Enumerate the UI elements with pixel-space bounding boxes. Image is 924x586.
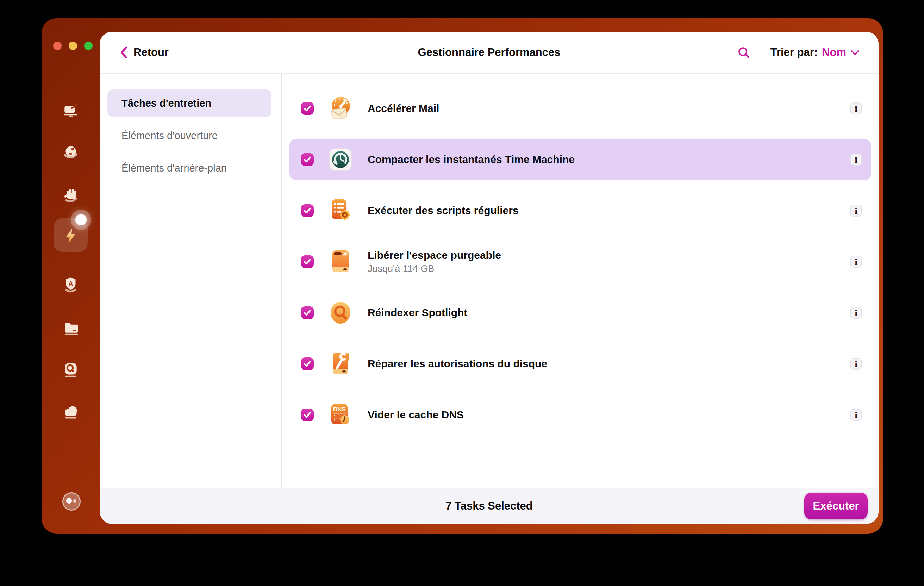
sidebar-item-cleanup[interactable] bbox=[41, 101, 100, 121]
checkbox-checked[interactable] bbox=[301, 306, 314, 319]
task-title: Réindexer Spotlight bbox=[368, 307, 467, 319]
info-icon[interactable]: i bbox=[850, 154, 862, 165]
sidebar-item-storage-cloud[interactable] bbox=[41, 403, 100, 422]
sort-value: Nom bbox=[822, 46, 846, 59]
zoom-button[interactable] bbox=[84, 41, 92, 50]
screenshot-stage: A bbox=[0, 0, 924, 586]
task-title: Vider le cache DNS bbox=[368, 409, 464, 421]
assistant-dot-small bbox=[73, 499, 76, 503]
sidebar-item-applications[interactable]: A bbox=[41, 276, 100, 294]
checkbox-checked[interactable] bbox=[301, 153, 314, 166]
sort-dropdown[interactable]: Trier par: Nom bbox=[771, 46, 860, 59]
assistant-dot-large bbox=[66, 498, 72, 503]
folder-icon bbox=[62, 319, 79, 337]
window-controls bbox=[53, 41, 92, 50]
sidebar-active-glow-dot bbox=[75, 214, 87, 225]
sidebar-item-space-lens[interactable] bbox=[41, 361, 100, 380]
task-title: Accélérer Mail bbox=[368, 102, 439, 114]
cleanup-icon bbox=[62, 101, 79, 121]
info-icon[interactable]: i bbox=[850, 409, 862, 421]
task-title: Libérer l'espace purgeable bbox=[368, 249, 501, 261]
task-row[interactable]: Libérer l'espace purgeable Jusqu'à 114 G… bbox=[289, 241, 871, 282]
sidebar-item-speed[interactable] bbox=[41, 227, 100, 246]
info-icon[interactable]: i bbox=[850, 102, 862, 114]
task-row[interactable]: Exécuter des scripts réguliers i bbox=[289, 190, 871, 231]
task-title: Réparer les autorisations du disque bbox=[368, 358, 547, 370]
info-icon[interactable]: i bbox=[850, 205, 862, 216]
minimize-button[interactable] bbox=[69, 41, 77, 50]
sidebar-item-privacy[interactable] bbox=[41, 187, 100, 206]
mail-speed-icon bbox=[327, 96, 353, 122]
main-panel: Retour Gestionnaire Performances Trier p… bbox=[100, 32, 879, 524]
checkbox-checked[interactable] bbox=[301, 204, 314, 217]
purgeable-space-icon bbox=[327, 249, 353, 275]
task-row[interactable]: DNS Vider le cache DNS i bbox=[289, 395, 871, 435]
chevron-down-icon bbox=[850, 49, 860, 56]
sort-label: Trier par: bbox=[771, 46, 818, 59]
spotlight-icon bbox=[327, 300, 353, 326]
task-title: Exécuter des scripts réguliers bbox=[368, 205, 519, 216]
info-icon[interactable]: i bbox=[850, 358, 862, 370]
toolbar: Retour Gestionnaire Performances Trier p… bbox=[100, 32, 879, 74]
checkbox-checked[interactable] bbox=[301, 357, 314, 370]
info-icon[interactable]: i bbox=[850, 307, 862, 319]
time-machine-icon bbox=[327, 147, 353, 173]
scripts-icon bbox=[327, 198, 353, 224]
task-row[interactable]: Réparer les autorisations du disque i bbox=[289, 343, 871, 384]
assistant-icon[interactable] bbox=[62, 492, 81, 511]
footer-bar: 7 Tasks Selected Exécuter bbox=[100, 488, 879, 524]
section-nav: Tâches d'entretien Éléments d'ouverture … bbox=[100, 74, 282, 488]
selection-status: 7 Tasks Selected bbox=[446, 500, 533, 512]
sidebar-item-files[interactable] bbox=[41, 319, 100, 337]
checkbox-checked[interactable] bbox=[301, 255, 314, 268]
close-button[interactable] bbox=[53, 41, 62, 50]
shield-a-icon: A bbox=[62, 276, 79, 294]
app-window: A bbox=[41, 18, 883, 533]
hand-icon bbox=[62, 187, 79, 206]
task-list: Accélérer Mail i bbox=[282, 74, 879, 488]
checkbox-checked[interactable] bbox=[301, 408, 314, 421]
sidebar-item-protection[interactable] bbox=[41, 144, 100, 163]
dns-cache-icon: DNS bbox=[327, 402, 353, 428]
task-subtitle: Jusqu'à 114 GB bbox=[368, 263, 501, 274]
nav-item-background-items[interactable]: Éléments d'arrière-plan bbox=[107, 154, 272, 182]
lens-icon bbox=[62, 361, 79, 380]
task-row[interactable]: Accélérer Mail i bbox=[289, 88, 871, 129]
protection-icon bbox=[62, 144, 79, 163]
run-button[interactable]: Exécuter bbox=[804, 493, 868, 520]
cloud-icon bbox=[62, 403, 79, 422]
nav-item-login-items[interactable]: Éléments d'ouverture bbox=[107, 122, 272, 149]
task-row[interactable]: Compacter les instantanés Time Machine i bbox=[289, 139, 871, 180]
task-title: Compacter les instantanés Time Machine bbox=[368, 154, 575, 165]
svg-text:A: A bbox=[68, 280, 73, 287]
disk-permissions-icon bbox=[327, 351, 353, 377]
lightning-bolt-icon bbox=[62, 227, 80, 246]
svg-text:DNS: DNS bbox=[333, 406, 346, 413]
info-icon[interactable]: i bbox=[850, 256, 862, 267]
nav-item-maintenance-tasks[interactable]: Tâches d'entretien bbox=[107, 89, 272, 117]
search-icon[interactable] bbox=[738, 46, 750, 59]
task-row[interactable]: Réindexer Spotlight i bbox=[289, 292, 871, 333]
checkbox-checked[interactable] bbox=[301, 102, 314, 115]
